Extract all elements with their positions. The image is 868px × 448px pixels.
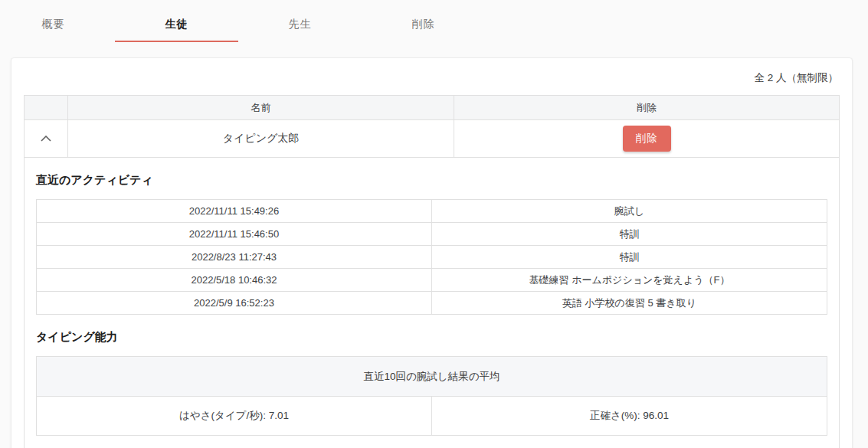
typing-average-header-row: 直近10回の腕試し結果の平均 [37,357,827,397]
typing-ability-title: タイピング能力 [36,330,827,345]
typing-ability-table: 直近10回の腕試し結果の平均 はやさ(タイプ/秒): 7.01 正確さ(%): … [36,356,827,436]
expand-column-header [25,96,68,119]
collapse-row-button[interactable] [25,120,67,157]
delete-student-button[interactable]: 削除 [623,126,671,152]
activity-name: 基礎練習 ホームポジションを覚えよう（F） [432,269,827,292]
students-table: 名前 削除 タイピング太郎 削除 直近のアクティビティ [24,95,840,448]
student-row: タイピング太郎 削除 [25,119,839,158]
recent-activity-title: 直近のアクティビティ [36,173,827,188]
recent-activity-table: 2022/11/11 15:49:26 腕試し 2022/11/11 15:46… [36,199,827,315]
tab-students[interactable]: 生徒 [115,7,238,42]
activity-datetime: 2022/11/11 15:46:50 [37,223,432,246]
activity-row: 2022/5/9 16:52:23 英語 小学校の復習 5 書き取り [37,292,827,315]
tab-teachers[interactable]: 先生 [238,7,362,42]
student-detail-panel: 直近のアクティビティ 2022/11/11 15:49:26 腕試し 2022/… [25,173,839,448]
tab-overview-label: 概要 [42,18,65,31]
tab-bar: 概要 生徒 先生 削除 [0,0,868,42]
student-count-label: 全 2 人（無制限） [11,58,852,95]
students-panel: 全 2 人（無制限） 名前 削除 タイピング太郎 削除 直近のア [11,57,853,448]
expand-cell [25,120,68,157]
activity-name: 特訓 [432,223,827,246]
typing-average-header: 直近10回の腕試し結果の平均 [37,357,827,397]
tab-students-label: 生徒 [165,18,188,31]
activity-name: 英語 小学校の復習 5 書き取り [432,292,827,315]
activity-datetime: 2022/5/18 10:46:32 [37,269,432,292]
activity-row: 2022/11/11 15:49:26 腕試し [37,200,827,223]
tab-delete[interactable]: 削除 [362,7,485,42]
active-tab-underline [115,41,238,42]
activity-row: 2022/11/11 15:46:50 特訓 [37,223,827,246]
activity-row: 2022/8/23 11:27:43 特訓 [37,246,827,269]
students-table-header: 名前 削除 [25,96,839,119]
delete-column-header: 削除 [454,96,839,119]
activity-datetime: 2022/5/9 16:52:23 [37,292,432,315]
activity-datetime: 2022/11/11 15:49:26 [37,200,432,223]
activity-row: 2022/5/18 10:46:32 基礎練習 ホームポジションを覚えよう（F） [37,269,827,292]
delete-cell: 削除 [454,120,839,157]
name-column-header: 名前 [68,96,454,119]
student-name-cell: タイピング太郎 [68,120,454,157]
typing-speed-value: はやさ(タイプ/秒): 7.01 [37,397,432,436]
tab-overview[interactable]: 概要 [0,7,115,42]
activity-name: 特訓 [432,246,827,269]
tab-delete-label: 削除 [412,18,435,31]
activity-datetime: 2022/8/23 11:27:43 [37,246,432,269]
typing-stats-row: はやさ(タイプ/秒): 7.01 正確さ(%): 96.01 [37,397,827,436]
chevron-up-icon [41,136,51,142]
activity-name: 腕試し [432,200,827,223]
tab-teachers-label: 先生 [289,18,312,31]
typing-accuracy-value: 正確さ(%): 96.01 [432,397,827,436]
